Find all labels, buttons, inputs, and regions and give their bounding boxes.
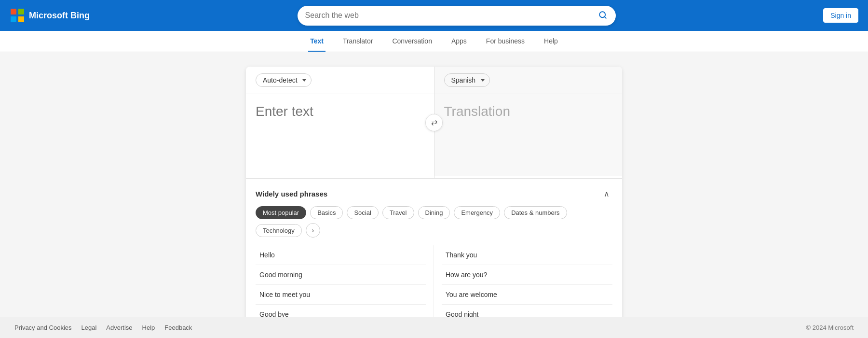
list-item[interactable]: Good morning: [256, 265, 426, 285]
collapse-button[interactable]: ∧: [601, 188, 612, 199]
collapse-icon: ∧: [604, 190, 610, 198]
phrase-tag-dates-numbers[interactable]: Dates & numbers: [504, 206, 567, 219]
phrase-tag-basics[interactable]: Basics: [310, 206, 343, 219]
footer-link-feedback[interactable]: Feedback: [164, 324, 192, 331]
list-item[interactable]: How are you?: [442, 265, 612, 285]
source-panel-body: [246, 94, 434, 178]
svg-rect-3: [18, 16, 24, 22]
swap-button[interactable]: ⇄: [425, 114, 443, 131]
nav-item-help[interactable]: Help: [542, 31, 560, 52]
svg-rect-1: [18, 9, 24, 14]
footer-copyright: © 2024 Microsoft: [806, 324, 854, 331]
translator-container: Auto-detect English French German ⇄: [246, 67, 622, 334]
phrases-left-col: Hello Good morning Nice to meet you Good…: [256, 245, 434, 324]
signin-button[interactable]: Sign in: [823, 8, 858, 23]
phrase-tag-emergency[interactable]: Emergency: [454, 206, 500, 219]
target-panel-header: Spanish French German English: [434, 67, 623, 94]
nav-item-text[interactable]: Text: [308, 31, 326, 52]
search-bar: [298, 6, 616, 26]
search-input[interactable]: [305, 11, 597, 20]
phrase-tag-technology[interactable]: Technology: [256, 224, 302, 237]
search-button[interactable]: [597, 10, 608, 22]
search-bar-container: [298, 6, 616, 26]
phrase-tag-most-popular[interactable]: Most popular: [256, 206, 306, 219]
svg-rect-0: [11, 9, 16, 14]
svg-rect-2: [11, 16, 16, 22]
phrase-tag-dining[interactable]: Dining: [418, 206, 450, 219]
phrase-tag-social[interactable]: Social: [347, 206, 378, 219]
footer-link-privacy[interactable]: Privacy and Cookies: [14, 324, 72, 331]
next-icon: ›: [312, 226, 314, 234]
translation-panels: Auto-detect English French German ⇄: [246, 67, 622, 178]
source-language-select[interactable]: Auto-detect English French German: [256, 73, 312, 87]
footer: Privacy and Cookies Legal Advertise Help…: [0, 317, 868, 338]
search-icon: [598, 11, 607, 19]
phrases-right-col: Thank you How are you? You are welcome G…: [434, 245, 612, 324]
footer-link-advertise[interactable]: Advertise: [106, 324, 132, 331]
logo-text: Microsoft Bing: [29, 11, 90, 21]
phrases-grid: Hello Good morning Nice to meet you Good…: [256, 245, 612, 324]
phrase-tags: Most popular Basics Social Travel Dining…: [256, 206, 612, 238]
phrases-header: Widely used phrases ∧: [256, 188, 612, 199]
bing-logo-icon: [10, 8, 25, 23]
header: Microsoft Bing Sign in: [0, 0, 868, 31]
nav-item-conversation[interactable]: Conversation: [390, 31, 434, 52]
list-item[interactable]: Nice to meet you: [256, 285, 426, 305]
source-panel-header: Auto-detect English French German: [246, 67, 434, 94]
next-tags-button[interactable]: ›: [306, 223, 320, 238]
target-panel: Spanish French German English Translatio…: [434, 67, 623, 178]
nav-item-apps[interactable]: Apps: [449, 31, 469, 52]
phrase-tag-travel[interactable]: Travel: [382, 206, 414, 219]
phrases-title: Widely used phrases: [256, 190, 327, 198]
swap-icon: ⇄: [431, 118, 437, 127]
nav-item-forbusiness[interactable]: For business: [484, 31, 527, 52]
logo[interactable]: Microsoft Bing: [10, 8, 90, 23]
source-panel: Auto-detect English French German: [246, 67, 434, 178]
translation-placeholder: Translation: [444, 104, 510, 119]
phrases-section: Widely used phrases ∧ Most popular Basic…: [246, 178, 622, 334]
list-item[interactable]: Hello: [256, 245, 426, 265]
source-text-input[interactable]: [256, 104, 424, 167]
nav-item-translator[interactable]: Translator: [341, 31, 375, 52]
footer-link-help[interactable]: Help: [142, 324, 155, 331]
main-content: Auto-detect English French German ⇄: [0, 52, 868, 338]
target-panel-body: Translation: [434, 94, 623, 176]
svg-line-5: [604, 16, 606, 18]
nav-bar: Text Translator Conversation Apps For bu…: [0, 31, 868, 52]
list-item[interactable]: Thank you: [442, 245, 612, 265]
target-language-select[interactable]: Spanish French German English: [444, 73, 490, 87]
footer-link-legal[interactable]: Legal: [81, 324, 97, 331]
translation-output: Translation: [444, 104, 613, 167]
footer-links: Privacy and Cookies Legal Advertise Help…: [14, 324, 192, 331]
list-item[interactable]: You are welcome: [442, 285, 612, 305]
